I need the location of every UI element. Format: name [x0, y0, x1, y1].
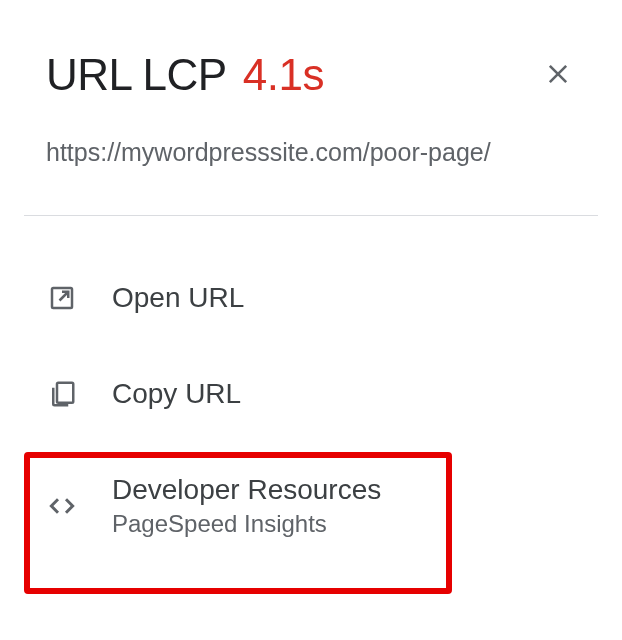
lcp-metric-value: 4.1s	[243, 50, 324, 100]
copy-url-label: Copy URL	[112, 378, 241, 410]
close-button[interactable]	[540, 56, 576, 95]
svg-rect-4	[57, 383, 73, 403]
url-lcp-panel: URL LCP 4.1s https://mywordpresssite.com…	[0, 0, 622, 556]
title-group: URL LCP 4.1s	[46, 50, 324, 100]
header-row: URL LCP 4.1s	[46, 50, 576, 100]
copy-icon	[46, 378, 78, 410]
dev-resources-label: Developer Resources	[112, 474, 381, 506]
panel-title: URL LCP	[46, 50, 227, 100]
actions-list: Open URL Copy URL Developer Resources Pa…	[46, 216, 576, 556]
svg-line-3	[60, 292, 69, 301]
dev-resources-sublabel: PageSpeed Insights	[112, 510, 381, 538]
copy-url-action[interactable]: Copy URL	[46, 360, 576, 428]
open-url-label: Open URL	[112, 282, 244, 314]
open-url-action[interactable]: Open URL	[46, 264, 576, 332]
open-external-icon	[46, 282, 78, 314]
code-icon	[46, 490, 78, 522]
dev-resources-text-group: Developer Resources PageSpeed Insights	[112, 474, 381, 538]
developer-resources-action[interactable]: Developer Resources PageSpeed Insights	[46, 456, 576, 556]
close-icon	[544, 76, 572, 91]
url-display: https://mywordpresssite.com/poor-page/	[46, 138, 576, 167]
